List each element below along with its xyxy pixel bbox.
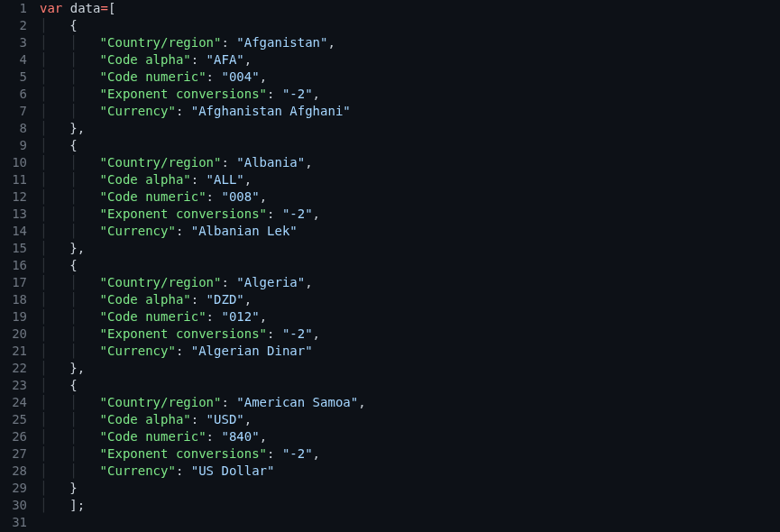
code-line[interactable]: │ │ "Code numeric": "004",	[40, 69, 366, 86]
code-line[interactable]: │ │ "Country/region": "Algeria",	[40, 274, 366, 291]
json-key: "Country/region"	[100, 154, 222, 171]
code-line[interactable]: │ │ "Exponent conversions": "-2",	[40, 445, 366, 463]
colon: :	[267, 206, 282, 223]
code-line[interactable]: │ ];	[40, 497, 366, 514]
colon: :	[221, 34, 236, 51]
json-string: "AFA"	[206, 51, 244, 69]
code-line[interactable]: │ │ "Code alpha": "DZD",	[40, 291, 366, 308]
code-line[interactable]: │ │ "Exponent conversions": "-2",	[40, 206, 366, 223]
code-line[interactable]: │ {	[40, 257, 366, 274]
code-line[interactable]: │ │ "Code alpha": "USD",	[40, 411, 366, 428]
code-line[interactable]: │ │ "Country/region": "Afganistan",	[40, 34, 366, 51]
line-number: 3	[5, 34, 27, 51]
json-string: "-2"	[282, 445, 313, 463]
code-line[interactable]: │ │ "Code numeric": "012",	[40, 308, 366, 326]
code-area[interactable]: var data=[│ {│ │ "Country/region": "Afga…	[38, 0, 368, 532]
line-number: 19	[5, 308, 27, 326]
line-number: 20	[5, 326, 27, 343]
line-number: 12	[5, 188, 27, 206]
json-string: "840"	[221, 428, 259, 445]
json-key: "Code numeric"	[100, 428, 206, 445]
brace-close: }	[69, 120, 77, 137]
line-number: 11	[5, 171, 27, 188]
code-line[interactable]: │ {	[40, 137, 366, 154]
json-string: "US Dollar"	[191, 463, 275, 480]
json-string: "USD"	[206, 411, 244, 428]
code-line[interactable]: │ │ "Currency": "Albanian Lek"	[40, 223, 366, 240]
code-line[interactable]: var data=[	[40, 0, 366, 17]
comma: ,	[305, 274, 312, 291]
json-string: "004"	[221, 69, 259, 86]
code-line[interactable]: │ │ "Exponent conversions": "-2",	[40, 326, 366, 343]
code-line[interactable]: │ },	[40, 120, 366, 137]
code-line[interactable]: │ │ "Currency": "Afghanistan Afghani"	[40, 103, 366, 120]
code-editor[interactable]: 1 2 3 4 5 6 7 8 9 10 11 12 13 14 15 16 1…	[0, 0, 780, 532]
code-line[interactable]: │ },	[40, 360, 366, 377]
code-line[interactable]: │ │ "Code alpha": "AFA",	[40, 51, 366, 69]
json-string: "-2"	[282, 86, 313, 103]
json-key: "Code alpha"	[100, 51, 191, 69]
comma: ,	[260, 308, 267, 326]
line-number: 29	[5, 480, 27, 497]
code-line[interactable]: │ │ "Country/region": "American Samoa",	[40, 394, 366, 411]
json-string: "Algerian Dinar"	[191, 343, 313, 360]
brace-close: }	[69, 360, 77, 377]
json-key: "Exponent conversions"	[100, 445, 267, 463]
colon: :	[176, 343, 191, 360]
colon: :	[176, 223, 191, 240]
comma: ,	[78, 360, 85, 377]
code-line[interactable]: │ │ "Country/region": "Albania",	[40, 154, 366, 171]
line-number: 14	[5, 223, 27, 240]
line-number: 16	[5, 257, 27, 274]
line-number: 24	[5, 394, 27, 411]
code-line[interactable]: │ {	[40, 17, 366, 34]
code-line[interactable]: │ }	[40, 480, 366, 497]
colon: :	[206, 308, 222, 326]
bracket-open: [	[108, 0, 115, 17]
line-number: 23	[5, 377, 27, 394]
semicolon: ;	[78, 497, 85, 514]
brace-open: {	[69, 17, 77, 34]
json-key: "Code alpha"	[100, 291, 191, 308]
code-line[interactable]: │ │ "Currency": "US Dollar"	[40, 463, 366, 480]
json-key: "Code numeric"	[100, 188, 206, 206]
colon: :	[267, 326, 282, 343]
colon: :	[221, 274, 236, 291]
line-number: 9	[5, 137, 27, 154]
json-key: "Currency"	[100, 223, 176, 240]
json-key: "Exponent conversions"	[100, 86, 267, 103]
comma: ,	[305, 154, 312, 171]
colon: :	[191, 51, 206, 69]
json-key: "Currency"	[100, 343, 176, 360]
comma: ,	[78, 120, 85, 137]
code-line[interactable]: │ │ "Code alpha": "ALL",	[40, 171, 366, 188]
line-number: 8	[5, 120, 27, 137]
json-key: "Exponent conversions"	[100, 206, 267, 223]
line-number: 2	[5, 17, 27, 34]
comma: ,	[313, 206, 320, 223]
line-number: 26	[5, 428, 27, 445]
line-number: 1	[5, 0, 27, 17]
code-line[interactable]: │ │ "Code numeric": "008",	[40, 188, 366, 206]
code-line[interactable]: │ │ "Currency": "Algerian Dinar"	[40, 343, 366, 360]
code-line[interactable]: │ },	[40, 240, 366, 257]
code-line[interactable]: │ │ "Code numeric": "840",	[40, 428, 366, 445]
json-string: "008"	[221, 188, 259, 206]
comma: ,	[313, 86, 320, 103]
gutter: 1 2 3 4 5 6 7 8 9 10 11 12 13 14 15 16 1…	[0, 0, 38, 532]
line-number: 31	[5, 514, 27, 531]
colon: :	[206, 188, 222, 206]
line-number: 28	[5, 463, 27, 480]
json-string: "-2"	[282, 326, 313, 343]
line-number: 21	[5, 343, 27, 360]
json-string: "Afghanistan Afghani"	[191, 103, 351, 120]
code-line[interactable]: │ {	[40, 377, 366, 394]
line-number: 30	[5, 497, 27, 514]
code-line[interactable]	[40, 514, 366, 531]
json-key: "Country/region"	[100, 394, 222, 411]
comma: ,	[260, 69, 267, 86]
brace-close: }	[69, 240, 77, 257]
comma: ,	[260, 428, 267, 445]
code-line[interactable]: │ │ "Exponent conversions": "-2",	[40, 86, 366, 103]
colon: :	[176, 103, 191, 120]
